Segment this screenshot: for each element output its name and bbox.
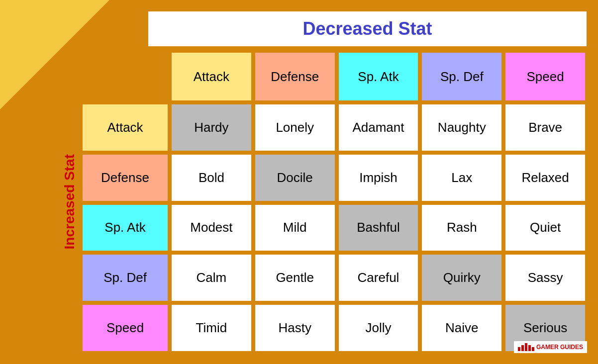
row-header-attack: Attack	[82, 103, 169, 152]
col-header-attack: Attack	[171, 52, 252, 101]
nature-bashful: Bashful	[338, 204, 419, 252]
logo-bars-icon	[518, 343, 534, 351]
logo-text: GAMER GUIDES	[536, 344, 583, 351]
nature-jolly: Jolly	[338, 304, 419, 352]
nature-rash: Rash	[421, 204, 502, 252]
decreased-stat-label: Decreased Stat	[302, 18, 432, 39]
nature-adamant: Adamant	[338, 103, 419, 152]
nature-bold: Bold	[171, 154, 252, 202]
nature-mild: Mild	[254, 204, 336, 252]
col-header-speed: Speed	[504, 52, 586, 101]
nature-quirky: Quirky	[421, 254, 502, 302]
row-header-spdef: Sp. Def	[82, 254, 169, 302]
nature-sassy: Sassy	[504, 254, 586, 302]
increased-stat-label: Increased Stat	[62, 154, 78, 249]
col-header-spatk: Sp. Atk	[338, 52, 419, 101]
nature-calm: Calm	[171, 254, 252, 302]
nature-relaxed: Relaxed	[504, 154, 586, 202]
logo-bar-1	[518, 347, 520, 351]
nature-careful: Careful	[338, 254, 419, 302]
increased-stat-container: Increased Stat	[60, 50, 80, 354]
col-header-spdef: Sp. Def	[421, 52, 502, 101]
nature-gentle: Gentle	[254, 254, 336, 302]
nature-lonely: Lonely	[254, 103, 336, 152]
grid-area: Increased Stat Attack Defense Sp. Atk Sp…	[60, 50, 588, 354]
logo-watermark: GAMER GUIDES	[514, 341, 587, 353]
row-header-speed: Speed	[82, 304, 169, 352]
nature-timid: Timid	[171, 304, 252, 352]
nature-impish: Impish	[338, 154, 419, 202]
nature-docile: Docile	[254, 154, 336, 202]
nature-hardy: Hardy	[171, 103, 252, 152]
col-header-defense: Defense	[254, 52, 336, 101]
row-header-spatk: Sp. Atk	[82, 204, 169, 252]
logo-bar-2	[521, 345, 524, 351]
nature-quiet: Quiet	[504, 204, 586, 252]
nature-naive: Naive	[421, 304, 502, 352]
nature-brave: Brave	[504, 103, 586, 152]
logo-bar-3	[525, 343, 527, 351]
nature-modest: Modest	[171, 204, 252, 252]
nature-lax: Lax	[421, 154, 502, 202]
row-header-defense: Defense	[82, 154, 169, 202]
logo-bar-4	[528, 345, 531, 351]
decreased-stat-header: Decreased Stat	[147, 10, 588, 48]
corner-cell	[82, 52, 169, 101]
nature-grid: Attack Defense Sp. Atk Sp. Def Speed Att…	[80, 50, 588, 354]
main-container: Decreased Stat Increased Stat Attack Def…	[60, 10, 588, 354]
nature-hasty: Hasty	[254, 304, 336, 352]
logo-bar-5	[532, 347, 534, 351]
nature-naughty: Naughty	[421, 103, 502, 152]
